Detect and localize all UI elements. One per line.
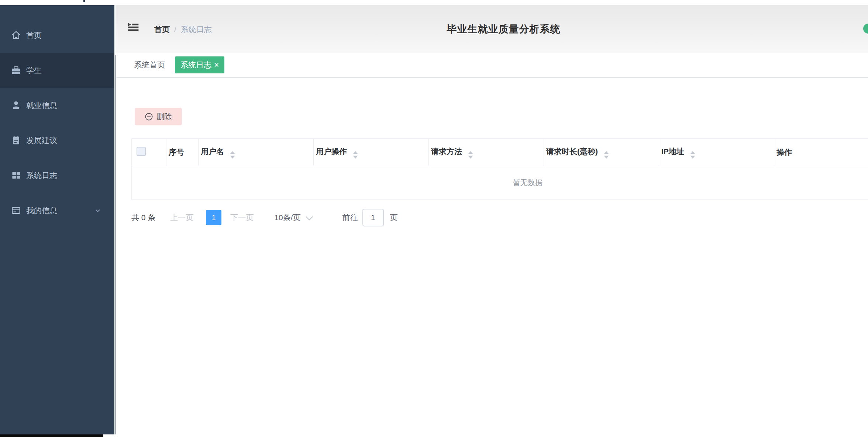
header-cell-select [132,139,166,166]
header-cell-request-method: 请求方法 [429,139,544,166]
column-label: 用户名 [201,146,224,157]
column-label: IP地址 [661,146,684,157]
tab-system-log[interactable]: 系统日志 × [175,56,224,73]
sort-carets[interactable] [353,151,358,159]
page-title: 毕业生就业质量分析系统 [127,22,868,36]
page-size-value: 10条/页 [274,212,300,223]
header-cell-ip-address: IP地址 [659,139,774,166]
column-label: 用户操作 [316,146,347,157]
user-icon [11,100,21,110]
clipboard-icon [11,135,21,145]
sidebar-item-label: 首页 [26,30,42,41]
prev-page-button[interactable]: 上一页 [168,212,196,223]
sidebar-scrollbar[interactable] [116,55,116,434]
table-header-row: 序号 用户名 用户操作 请求方法 [132,139,868,166]
home-icon [11,30,21,40]
card-icon [11,205,21,215]
sidebar-item-my-info[interactable]: 我的信息 [0,193,114,228]
sidebar-menu: 首页 学生 就业信息 发展建议 [0,5,114,228]
goto-page-input[interactable] [362,209,384,226]
sidebar-item-label: 就业信息 [26,100,57,111]
sidebar: 首页 学生 就业信息 发展建议 [0,5,114,434]
tabbar: 系统首页 系统日志 × [116,53,868,78]
delete-button-label: 删除 [156,111,172,122]
header-cell-operation: 操作 [774,139,868,166]
sidebar-item-system-log[interactable]: 系统日志 [0,158,114,193]
screen: 首页 学生 就业信息 发展建议 [0,0,868,437]
main-area: 首页 / 系统日志 毕业生就业质量分析系统 系统首页 系统日志 × 删除 [116,5,868,434]
sort-carets[interactable] [690,151,695,159]
chevron-down-icon [306,213,313,221]
sort-carets[interactable] [468,151,473,159]
sidebar-item-label: 系统日志 [26,170,57,181]
pagination-total: 共 0 条 [131,212,155,223]
sort-carets[interactable] [230,151,235,159]
grid-icon [11,170,21,180]
sidebar-item-development-advice[interactable]: 发展建议 [0,123,114,158]
page-size-select[interactable]: 10条/页 [274,212,311,223]
page-1-button[interactable]: 1 [206,210,221,225]
column-label: 请求时长(毫秒) [546,146,598,157]
log-table: 序号 用户名 用户操作 请求方法 [131,138,868,200]
tab-label: 系统日志 [180,60,211,70]
goto-suffix: 页 [390,212,398,223]
header-cell-username: 用户名 [199,139,314,166]
top-strip [0,0,868,5]
sort-carets[interactable] [604,151,609,159]
select-all-checkbox[interactable] [137,147,146,156]
chevron-down-icon [94,207,102,215]
column-label: 请求方法 [431,146,462,157]
sidebar-item-home[interactable]: 首页 [0,18,114,53]
sidebar-item-label: 学生 [26,65,42,76]
sidebar-item-employment-info[interactable]: 就业信息 [0,88,114,123]
delete-button[interactable]: 删除 [135,108,182,125]
empty-text: 暂无数据 [513,178,542,188]
briefcase-icon [11,65,21,75]
next-page-button[interactable]: 下一页 [228,212,256,223]
header-cell-request-duration: 请求时长(毫秒) [544,139,659,166]
top-artifact [83,0,85,2]
goto-label: 前往 [342,212,358,223]
header-cell-user-action: 用户操作 [314,139,429,166]
sidebar-item-students[interactable]: 学生 [0,53,114,88]
remove-circle-icon [145,112,153,121]
pagination: 共 0 条 上一页 1 下一页 10条/页 前往 页 [131,208,398,227]
bottom-bar [0,434,103,437]
tab-system-home[interactable]: 系统首页 [134,60,165,70]
header-cell-index: 序号 [166,139,199,166]
column-label: 操作 [776,147,792,157]
header: 首页 / 系统日志 毕业生就业质量分析系统 [116,5,868,53]
column-label: 序号 [169,147,184,157]
table-empty-row: 暂无数据 [132,166,868,200]
close-icon[interactable]: × [214,61,219,69]
sidebar-item-label: 我的信息 [26,205,57,216]
sidebar-item-label: 发展建议 [26,135,57,146]
